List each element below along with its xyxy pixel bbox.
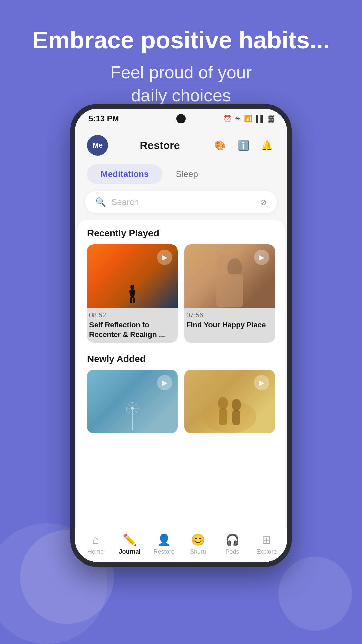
svg-line-18 [128,408,132,413]
card-happy-place[interactable]: ▶ 07:56 Find Your Happy Place [184,244,275,343]
newly-added-title: Newly Added [87,345,275,370]
svg-point-19 [203,400,256,433]
card-image-silhouette: ▶ [184,370,275,433]
card-info-2: 07:56 Find Your Happy Place [184,308,275,333]
nav-label-pods: Pods [225,548,239,555]
nav-item-pods[interactable]: 🎧 Pods [217,533,247,555]
camera-notch [176,114,186,123]
svg-line-17 [132,408,137,413]
svg-point-22 [232,399,241,411]
card-image-dandelion: ▶ [87,370,178,433]
journal-icon: ✏️ [123,533,137,546]
search-container: 🔍 Search ⊘ [75,191,287,220]
phone-frame: 5:13 PM ⏰ ✳ 📶 ▌▌ ▓ Me Restore [70,104,292,567]
hero-subtitle: Feel proud of yourdaily choices [32,61,330,107]
bluetooth-icon: ✳ [235,115,241,123]
wifi-icon: 📶 [244,115,252,123]
hero-section: Embrace positive habits... Feel proud of… [32,0,330,107]
nav-label-restore: Restore [153,548,174,555]
shuru-icon: 😊 [191,533,205,546]
card-image-sunset: ▶ [87,244,178,308]
nav-item-home[interactable]: ⌂ Home [80,533,111,555]
info-icon[interactable]: ℹ️ [235,137,251,153]
status-icons: ⏰ ✳ 📶 ▌▌ ▓ [223,115,274,123]
play-button[interactable]: ▶ [157,250,172,265]
nav-item-shuru[interactable]: 😊 Shuru [183,533,213,555]
card-info-1: 08:52 Self Reflection to Recenter & Real… [87,308,178,343]
silhouette-shape [184,370,275,433]
alarm-icon: ⏰ [223,115,232,123]
svg-line-15 [132,404,137,408]
home-icon: ⌂ [92,533,99,546]
bottom-nav: ⌂ Home ✏️ Journal 👤 Restore 😊 Shuru [75,528,287,562]
palette-icon[interactable]: 🎨 [212,137,228,153]
phone-frame-wrapper: 5:13 PM ⏰ ✳ 📶 ▌▌ ▓ Me Restore [70,104,292,574]
dandelion-shape [122,396,142,430]
nav-label-explore: Explore [256,548,277,555]
content-scroll-area[interactable]: Recently Played ▶ [77,220,285,528]
battery-icon: ▓ [268,115,274,123]
app-title: Restore [140,139,180,152]
card-newly-2[interactable]: ▶ [184,370,275,433]
tab-sleep[interactable]: Sleep [162,164,212,184]
status-bar: 5:13 PM ⏰ ✳ 📶 ▌▌ ▓ [75,109,287,129]
filter-icon[interactable]: ⊘ [260,198,267,207]
svg-rect-4 [130,297,132,303]
explore-icon: ⊞ [262,533,271,546]
svg-rect-5 [133,297,135,303]
status-time: 5:13 PM [88,114,119,123]
svg-line-16 [128,404,132,408]
nav-label-home: Home [87,548,104,555]
restore-icon: 👤 [157,533,171,546]
search-box[interactable]: 🔍 Search ⊘ [85,191,277,213]
bell-icon[interactable]: 🔔 [259,137,275,153]
figure-silhouette [127,284,137,305]
recently-played-row: ▶ [87,244,275,343]
app-content: Me Restore 🎨 ℹ️ 🔔 Meditations Slee [75,129,287,562]
search-input[interactable]: Search [111,197,255,207]
signal-icon: ▌▌ [256,115,265,123]
card-newly-1[interactable]: ▶ [87,370,178,433]
nav-item-restore[interactable]: 👤 Restore [149,533,179,555]
card-duration-2: 07:56 [186,311,273,319]
card-duration-1: 08:52 [89,311,176,319]
nav-item-explore[interactable]: ⊞ Explore [251,533,282,555]
newly-added-row: ▶ [87,370,275,433]
tabs-container: Meditations Sleep [75,162,287,191]
tab-meditations[interactable]: Meditations [87,164,162,184]
avatar[interactable]: Me [87,135,108,156]
nav-label-shuru: Shuru [190,548,206,555]
couple-silhouette [184,244,275,308]
card-self-reflection[interactable]: ▶ [87,244,178,343]
svg-rect-21 [219,408,227,425]
pods-icon: 🎧 [225,533,239,546]
nav-label-journal: Journal [119,548,140,555]
play-button-3[interactable]: ▶ [157,375,172,390]
svg-rect-8 [216,274,243,307]
card-name-1: Self Reflection to Recenter & Realign ..… [89,320,176,339]
card-image-couple: ▶ [184,244,275,308]
card-name-2: Find Your Happy Place [186,320,273,330]
header-icons: 🎨 ℹ️ 🔔 [212,137,275,153]
nav-item-journal[interactable]: ✏️ Journal [115,533,145,555]
recently-played-title: Recently Played [87,220,275,244]
svg-rect-23 [232,410,240,425]
phone-screen: 5:13 PM ⏰ ✳ 📶 ▌▌ ▓ Me Restore [75,109,287,562]
svg-point-0 [130,285,134,289]
svg-point-20 [218,397,228,409]
app-header: Me Restore 🎨 ℹ️ 🔔 [75,129,287,162]
search-icon: 🔍 [95,197,106,207]
hero-title: Embrace positive habits... [32,27,330,53]
